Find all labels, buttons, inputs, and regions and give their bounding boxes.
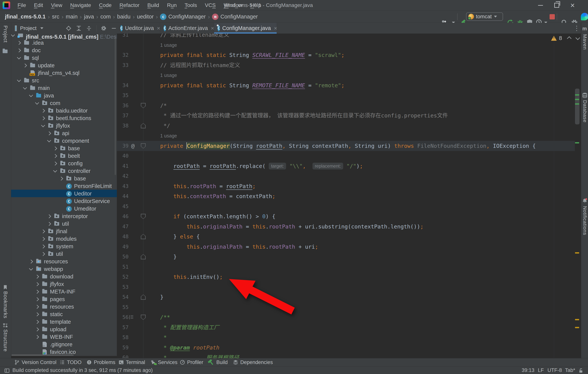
stripe-database-button[interactable]: Database xyxy=(582,100,588,123)
menu-edit[interactable]: Edit xyxy=(30,0,47,11)
tree-item-upload[interactable]: upload xyxy=(11,325,117,333)
tree-item-resources[interactable]: resources xyxy=(11,303,117,310)
chevron-right-icon[interactable] xyxy=(53,161,57,166)
tree-item-com[interactable]: com xyxy=(11,99,117,107)
chevron-right-icon[interactable] xyxy=(47,222,51,226)
chevron-right-icon[interactable] xyxy=(17,41,21,45)
tree-item-base[interactable]: base xyxy=(11,175,117,182)
fold-end-icon[interactable] xyxy=(141,234,146,239)
indent-style[interactable]: Tab* xyxy=(565,366,575,374)
tab-ConfigManager.java[interactable]: CConfigManager.java× xyxy=(214,23,277,33)
usage-hint[interactable]: 1 usage xyxy=(160,131,177,141)
breadcrumb-item[interactable]: ›main xyxy=(59,14,78,20)
fold-icon[interactable] xyxy=(141,214,146,219)
chevron-right-icon[interactable] xyxy=(59,177,63,181)
stripe-project-button[interactable]: Project xyxy=(2,25,8,43)
chevron-right-icon[interactable] xyxy=(35,312,39,316)
tree-item-sql[interactable]: sql xyxy=(11,54,117,62)
maven-icon[interactable]: m xyxy=(582,26,587,32)
chevron-down-icon[interactable] xyxy=(29,93,33,97)
code-editor[interactable]: 31// 涂鸦上传filename定义1 usage32private fina… xyxy=(117,33,575,358)
tree-item-jflyfox[interactable]: jflyfox xyxy=(11,122,117,129)
close-icon[interactable]: × xyxy=(157,25,160,32)
chevron-down-icon[interactable] xyxy=(29,267,33,270)
toolwindow-build[interactable]: Build xyxy=(207,358,228,366)
stripe-bookmarks-button[interactable]: Bookmarks xyxy=(2,291,8,318)
toolwindow-profiler[interactable]: Profiler xyxy=(180,358,203,366)
hide-panel-button[interactable] xyxy=(111,25,117,31)
tree-item-beetl.functions[interactable]: beetl.functions xyxy=(11,114,117,122)
minimize-button[interactable] xyxy=(535,0,546,11)
folder-icon[interactable] xyxy=(2,47,8,53)
tree-item-META-INF[interactable]: META-INF xyxy=(11,288,117,295)
chevron-right-icon[interactable] xyxy=(41,237,45,241)
chevron-right-icon[interactable] xyxy=(35,297,39,301)
code-with-me-icon[interactable] xyxy=(581,13,588,20)
collapse-all-button[interactable] xyxy=(86,25,92,31)
chevron-down-icon[interactable] xyxy=(11,33,15,37)
menu-refactor[interactable]: Refactor xyxy=(116,0,143,11)
toolwindow-problems[interactable]: Problems xyxy=(86,358,115,366)
line-ending[interactable]: LF xyxy=(538,366,544,374)
tree-item-util[interactable]: util xyxy=(11,220,117,227)
chevron-right-icon[interactable] xyxy=(35,335,39,339)
tree-item-baidu.ueditor[interactable]: baidu.ueditor xyxy=(11,107,117,114)
locate-file-button[interactable] xyxy=(66,25,72,31)
chevron-right-icon[interactable] xyxy=(35,282,39,286)
tree-item-src[interactable]: src xyxy=(11,76,117,84)
structure-icon[interactable] xyxy=(2,322,8,329)
breadcrumb-item[interactable]: ›java xyxy=(78,14,94,20)
toolwindow-services[interactable]: Services xyxy=(150,358,178,366)
tree-item-jfinal[interactable]: jfinal xyxy=(11,227,117,235)
expand-all-button[interactable] xyxy=(76,25,82,31)
chevron-right-icon[interactable] xyxy=(41,252,45,256)
chevron-right-icon[interactable] xyxy=(17,48,21,53)
menu-code[interactable]: Code xyxy=(95,0,116,11)
breadcrumb-item[interactable]: ›mConfigManager xyxy=(206,14,258,20)
menu-view[interactable]: View xyxy=(47,0,66,11)
chevron-down-icon[interactable] xyxy=(41,123,45,127)
chevron-down-icon[interactable] xyxy=(53,169,57,172)
tree-item-static[interactable]: static xyxy=(11,310,117,318)
tree-item-favicon.ico[interactable]: favicon.ico xyxy=(11,348,117,355)
layout-icon[interactable] xyxy=(4,368,10,374)
tree-item-base[interactable]: base xyxy=(11,144,117,152)
chevron-down-icon[interactable] xyxy=(35,101,39,105)
chevron-right-icon[interactable] xyxy=(53,147,57,150)
breadcrumb-item[interactable]: ›com xyxy=(94,14,111,20)
menu-vcs[interactable]: VCS xyxy=(201,0,220,11)
fold-icon[interactable] xyxy=(141,315,146,320)
tree-item-system[interactable]: system xyxy=(11,242,117,250)
breadcrumb-item[interactable]: ›src xyxy=(46,14,59,20)
close-icon[interactable]: × xyxy=(274,25,277,32)
tree-item-util[interactable]: util xyxy=(11,250,117,257)
menu-run[interactable]: Run xyxy=(163,0,180,11)
tree-item-resources[interactable]: resources xyxy=(11,257,117,265)
usage-hint[interactable]: 1 usage xyxy=(160,70,177,80)
chevron-right-icon[interactable] xyxy=(35,305,39,309)
run-configuration-select[interactable]: tomcat xyxy=(466,12,503,21)
tree-item-template[interactable]: template xyxy=(11,318,117,325)
notifications-bell-icon[interactable] xyxy=(582,198,588,204)
tree-item-.gitignore[interactable]: ⊘.gitignore xyxy=(11,341,117,348)
inspection-widget[interactable]: 8 xyxy=(551,35,581,41)
tree-item-api[interactable]: api xyxy=(11,129,117,137)
tab-ActionEnter.java[interactable]: CActionEnter.java× xyxy=(160,23,214,33)
tree-item-UeditorService[interactable]: CUeditorService xyxy=(11,197,117,205)
tree-item-java[interactable]: java xyxy=(11,92,117,99)
chevron-down-icon[interactable] xyxy=(17,78,21,82)
tree-item-webapp[interactable]: webapp xyxy=(11,265,117,273)
menu-tools[interactable]: Tools xyxy=(181,0,201,11)
tree-item-main[interactable]: main xyxy=(11,84,117,92)
tree-item-jflyfox[interactable]: jflyfox xyxy=(11,280,117,288)
chevron-down-icon[interactable] xyxy=(17,55,21,59)
chevron-right-icon[interactable] xyxy=(41,245,45,248)
chevron-right-icon[interactable] xyxy=(35,290,39,294)
chevron-down-icon[interactable] xyxy=(47,138,51,142)
close-button[interactable]: × xyxy=(567,0,578,11)
tree-item-config[interactable]: config xyxy=(11,160,117,167)
chevron-right-icon[interactable] xyxy=(47,131,51,135)
toolwindow-terminal[interactable]: Terminal xyxy=(118,358,145,366)
tree-item-doc[interactable]: doc xyxy=(11,46,117,54)
tree-item-WEB-INF[interactable]: WEB-INF xyxy=(11,333,117,341)
